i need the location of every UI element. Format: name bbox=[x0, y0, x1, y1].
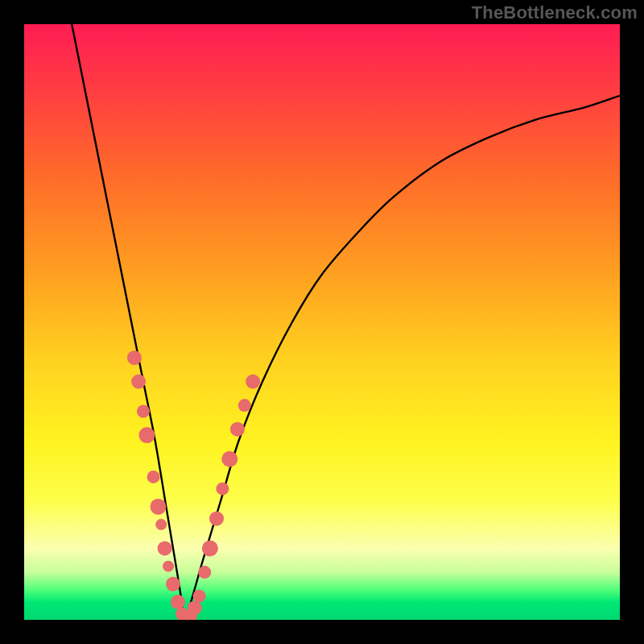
data-dot bbox=[166, 577, 180, 592]
data-dot bbox=[131, 374, 146, 389]
data-dots-group bbox=[127, 350, 260, 620]
data-dot bbox=[198, 566, 211, 579]
chart-frame: TheBottleneck.com bbox=[0, 0, 644, 644]
data-dot bbox=[230, 422, 245, 436]
data-dot bbox=[163, 560, 174, 572]
data-dot bbox=[246, 374, 260, 389]
data-dot bbox=[155, 519, 167, 530]
data-dot bbox=[238, 399, 251, 412]
data-dot bbox=[209, 511, 224, 526]
bottleneck-curve bbox=[72, 24, 620, 620]
data-dot bbox=[193, 589, 206, 602]
data-dot bbox=[171, 595, 185, 609]
data-dot bbox=[202, 540, 218, 556]
data-dot bbox=[158, 541, 172, 555]
data-dot bbox=[188, 601, 202, 615]
data-dot bbox=[221, 451, 237, 467]
data-dot bbox=[147, 470, 160, 483]
data-dot bbox=[127, 350, 142, 365]
data-dot bbox=[151, 498, 167, 514]
bottleneck-curve-svg bbox=[24, 24, 620, 620]
plot-area bbox=[24, 24, 620, 620]
data-dot bbox=[137, 405, 150, 418]
data-dot bbox=[216, 482, 229, 495]
watermark-text: TheBottleneck.com bbox=[472, 2, 638, 23]
data-dot bbox=[138, 427, 155, 444]
